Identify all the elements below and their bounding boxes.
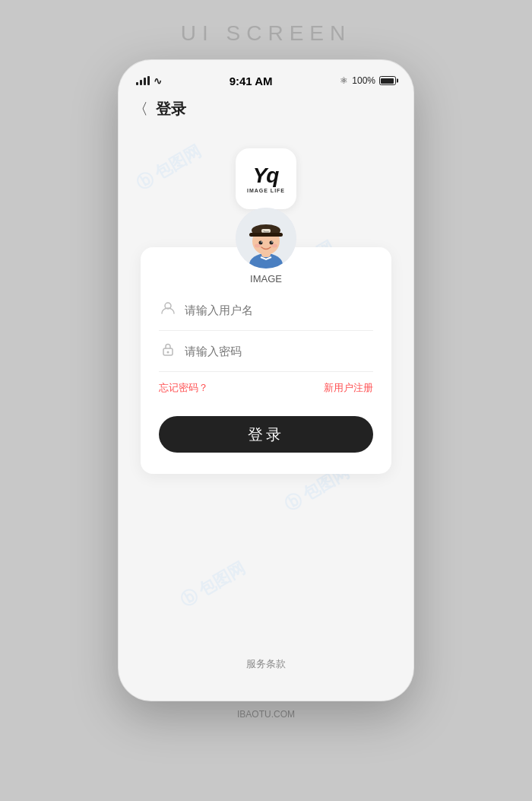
page-title: 登录 xyxy=(156,99,186,119)
terms-link[interactable]: 服务条款 xyxy=(246,657,286,671)
avatar-name: IMAGE xyxy=(250,273,282,284)
signal-bars xyxy=(136,76,150,85)
svg-point-9 xyxy=(259,241,263,245)
signal-bar-4 xyxy=(147,76,150,85)
bottom-bar: 服务条款 xyxy=(246,657,286,701)
app-logo: Yq IMAGE LIFE xyxy=(236,148,296,209)
status-bar: ∿ 9:41 AM ⚛ 100% xyxy=(118,59,414,93)
avatar-container: Jmm xyxy=(236,208,296,284)
lock-icon xyxy=(159,342,177,361)
wifi-icon: ∿ xyxy=(154,75,162,87)
password-input[interactable] xyxy=(185,345,373,358)
svg-point-12 xyxy=(271,241,273,243)
status-time: 9:41 AM xyxy=(230,75,273,87)
logo-sub-text: IMAGE LIFE xyxy=(247,188,285,193)
login-card: Jmm xyxy=(141,247,391,474)
login-button[interactable]: 登录 xyxy=(159,416,373,453)
back-button[interactable]: 〈 xyxy=(133,99,148,119)
battery-icon xyxy=(379,76,396,85)
avatar-image[interactable]: Jmm xyxy=(236,208,296,269)
svg-point-14 xyxy=(271,244,277,248)
svg-point-17 xyxy=(167,351,169,354)
signal-bar-2 xyxy=(140,80,142,85)
svg-point-13 xyxy=(255,244,261,248)
user-icon xyxy=(159,300,177,319)
register-link[interactable]: 新用户注册 xyxy=(324,381,373,395)
username-row xyxy=(159,290,373,331)
content-area: Yq IMAGE LIFE xyxy=(118,126,414,701)
svg-point-10 xyxy=(270,241,274,245)
links-row: 忘记密码？ 新用户注册 xyxy=(159,381,373,395)
logo-main-text: Yq xyxy=(253,165,280,186)
battery-percent: 100% xyxy=(352,75,375,86)
phone-frame: ⓑ 包图网 ⓑ 包图网 ⓑ 包图网 ⓑ 包图网 ⓑ 包图网 ∿ 9:41 AM … xyxy=(118,59,414,701)
svg-point-11 xyxy=(261,241,262,243)
nav-bar: 〈 登录 xyxy=(118,93,414,126)
bottom-watermark: IBAOTU.COM xyxy=(237,709,295,720)
status-right: ⚛ 100% xyxy=(340,75,396,86)
signal-bar-1 xyxy=(136,82,138,85)
bluetooth-icon: ⚛ xyxy=(340,75,348,86)
signal-bar-3 xyxy=(144,78,146,85)
forgot-password-link[interactable]: 忘记密码？ xyxy=(159,381,208,395)
username-input[interactable] xyxy=(185,304,373,316)
svg-text:Jmm: Jmm xyxy=(263,230,270,234)
status-left: ∿ xyxy=(136,75,162,87)
form-body: 忘记密码？ 新用户注册 登录 xyxy=(159,290,373,453)
password-row xyxy=(159,331,373,372)
ui-screen-label: UI SCREEN xyxy=(181,21,351,46)
